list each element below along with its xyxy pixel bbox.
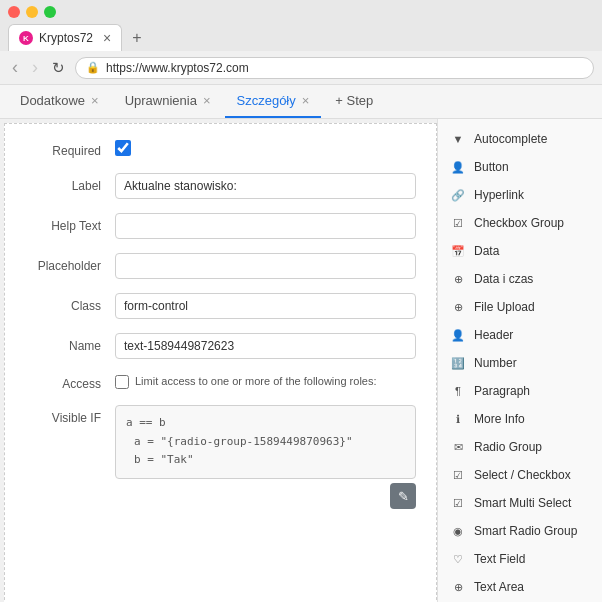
vi-line2: a = "{radio-group-1589449870963}" — [134, 435, 353, 448]
number-label: Number — [474, 356, 517, 370]
checkbox-group-icon: ☑ — [450, 215, 466, 231]
browser-toolbar: ‹ › ↻ 🔒 https://www.kryptos72.com — [0, 51, 602, 85]
forward-btn[interactable]: › — [28, 55, 42, 80]
hyperlink-icon: 🔗 — [450, 187, 466, 203]
tab-dodatkowe-label: Dodatkowe — [20, 93, 85, 108]
sidebar-item-more-info[interactable]: ℹ More Info — [438, 405, 602, 433]
data-icon: 📅 — [450, 243, 466, 259]
tab-szczegoly-close[interactable]: × — [302, 93, 310, 108]
name-input[interactable] — [115, 333, 416, 359]
lock-icon: 🔒 — [86, 61, 100, 74]
header-label: Header — [474, 328, 513, 342]
vi-line3: b = "Tak" — [134, 453, 194, 466]
address-bar[interactable]: 🔒 https://www.kryptos72.com — [75, 57, 594, 79]
sidebar-item-number[interactable]: 🔢 Number — [438, 349, 602, 377]
hyperlink-label: Hyperlink — [474, 188, 524, 202]
sidebar-item-radio-group[interactable]: ✉ Radio Group — [438, 433, 602, 461]
sidebar-item-hyperlink[interactable]: 🔗 Hyperlink — [438, 181, 602, 209]
data-label: Data — [474, 244, 499, 258]
sidebar-item-data-i-czas[interactable]: ⊕ Data i czas — [438, 265, 602, 293]
tl-red[interactable] — [8, 6, 20, 18]
more-info-label: More Info — [474, 412, 525, 426]
sidebar-item-button[interactable]: 👤 Button — [438, 153, 602, 181]
tab-szczegoly-label: Szczegóły — [237, 93, 296, 108]
label-row: Label — [25, 173, 416, 199]
address-url: https://www.kryptos72.com — [106, 61, 249, 75]
smart-multi-select-icon: ☑ — [450, 495, 466, 511]
access-checkbox[interactable] — [115, 375, 129, 389]
edit-icon: ✎ — [398, 489, 409, 504]
class-label: Class — [25, 293, 115, 313]
browser-tab-title: Kryptos72 — [39, 31, 93, 45]
tab-step[interactable]: + Step — [323, 85, 385, 118]
placeholder-input[interactable] — [115, 253, 416, 279]
select-checkbox-icon: ☑ — [450, 467, 466, 483]
tab-dodatkowe-close[interactable]: × — [91, 93, 99, 108]
visible-if-row: Visible IF a == b a = "{radio-group-1589… — [25, 405, 416, 509]
browser-chrome: K Kryptos72 × + ‹ › ↻ 🔒 https://www.kryp… — [0, 0, 602, 85]
help-text-label: Help Text — [25, 213, 115, 233]
more-info-icon: ℹ — [450, 411, 466, 427]
sidebar-item-text-area[interactable]: ⊕ Text Area — [438, 573, 602, 601]
sidebar-item-file-upload[interactable]: ⊕ File Upload — [438, 293, 602, 321]
edit-button[interactable]: ✎ — [390, 483, 416, 509]
text-area-label: Text Area — [474, 580, 524, 594]
tab-step-label: + Step — [335, 93, 373, 108]
browser-tab-active[interactable]: K Kryptos72 × — [8, 24, 122, 51]
vi-line3-indent: b = "Tak" — [126, 451, 405, 470]
refresh-btn[interactable]: ↻ — [48, 57, 69, 79]
sidebar-item-smart-multi-select[interactable]: ☑ Smart Multi Select — [438, 489, 602, 517]
sidebar-item-autocomplete[interactable]: ▼ Autocomplete — [438, 125, 602, 153]
label-input[interactable] — [115, 173, 416, 199]
access-label: Access — [25, 373, 115, 391]
smart-radio-group-icon: ◉ — [450, 523, 466, 539]
name-label: Name — [25, 333, 115, 353]
tab-dodatkowe[interactable]: Dodatkowe × — [8, 85, 111, 118]
name-row: Name — [25, 333, 416, 359]
sidebar-item-select-checkbox[interactable]: ☑ Select / Checkbox — [438, 461, 602, 489]
sidebar-item-smart-radio-group[interactable]: ◉ Smart Radio Group — [438, 517, 602, 545]
data-i-czas-label: Data i czas — [474, 272, 533, 286]
vi-line1: a == b — [126, 414, 405, 433]
smart-multi-select-label: Smart Multi Select — [474, 496, 571, 510]
placeholder-control — [115, 253, 416, 279]
traffic-lights — [8, 6, 594, 18]
sidebar-item-data[interactable]: 📅 Data — [438, 237, 602, 265]
autocomplete-label: Autocomplete — [474, 132, 547, 146]
tab-close-btn[interactable]: × — [103, 30, 111, 46]
sidebar-item-header[interactable]: 👤 Header — [438, 321, 602, 349]
file-upload-icon: ⊕ — [450, 299, 466, 315]
tab-uprawnienia[interactable]: Uprawnienia × — [113, 85, 223, 118]
back-btn[interactable]: ‹ — [8, 55, 22, 80]
file-upload-label: File Upload — [474, 300, 535, 314]
placeholder-row: Placeholder — [25, 253, 416, 279]
sidebar-item-text-field[interactable]: ♡ Text Field — [438, 545, 602, 573]
paragraph-icon: ¶ — [450, 383, 466, 399]
radio-group-icon: ✉ — [450, 439, 466, 455]
sidebar-item-checkbox-group[interactable]: ☑ Checkbox Group — [438, 209, 602, 237]
placeholder-label: Placeholder — [25, 253, 115, 273]
class-input[interactable] — [115, 293, 416, 319]
header-icon: 👤 — [450, 327, 466, 343]
button-icon: 👤 — [450, 159, 466, 175]
tab-bar: K Kryptos72 × + — [8, 24, 594, 51]
smart-radio-group-label: Smart Radio Group — [474, 524, 577, 538]
required-checkbox[interactable] — [115, 140, 131, 156]
form-panel: Required Label Help Text — [4, 123, 437, 602]
tl-green[interactable] — [44, 6, 56, 18]
sidebar-item-paragraph[interactable]: ¶ Paragraph — [438, 377, 602, 405]
button-label: Button — [474, 160, 509, 174]
name-control — [115, 333, 416, 359]
visible-if-box: a == b a = "{radio-group-1589449870963}"… — [115, 405, 416, 479]
help-text-control — [115, 213, 416, 239]
checkbox-group-label: Checkbox Group — [474, 216, 564, 230]
new-tab-btn[interactable]: + — [124, 25, 149, 51]
tab-uprawnienia-close[interactable]: × — [203, 93, 211, 108]
help-text-input[interactable] — [115, 213, 416, 239]
help-text-row: Help Text — [25, 213, 416, 239]
tl-yellow[interactable] — [26, 6, 38, 18]
tab-szczegoly[interactable]: Szczegóły × — [225, 85, 322, 118]
radio-group-label: Radio Group — [474, 440, 542, 454]
required-label: Required — [25, 140, 115, 158]
text-field-label: Text Field — [474, 552, 525, 566]
